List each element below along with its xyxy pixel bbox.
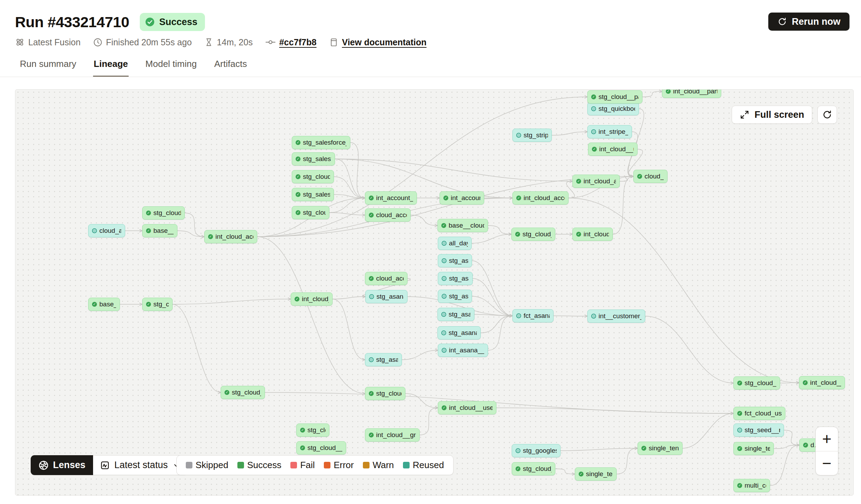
node-success-icon xyxy=(442,405,447,410)
graph-node-n13[interactable]: int_cloud__partner_con… xyxy=(662,89,721,98)
graph-node-n22[interactable]: base__clou… xyxy=(88,298,120,311)
graph-node-n11[interactable]: stg_quickbooks__a… xyxy=(587,102,639,115)
graph-node-n34[interactable]: int_asana__task_s… xyxy=(438,344,488,357)
graph-node-n39[interactable]: int_cloud__accoun… xyxy=(572,228,613,241)
view-documentation-link[interactable]: View documentation xyxy=(342,37,427,47)
graph-node-n24[interactable]: int_cloud__us… xyxy=(291,292,333,306)
lens-selector[interactable]: Latest status xyxy=(93,455,188,475)
graph-node-n44[interactable]: stg_cloud__… xyxy=(296,423,329,437)
node-reused-icon xyxy=(441,312,446,317)
expand-icon xyxy=(740,110,749,120)
legend-item-skipped: Skipped xyxy=(186,460,228,471)
graph-node-n30[interactable]: stg_asana_… xyxy=(438,272,473,285)
graph-node-n02[interactable]: stg_salesforce_… xyxy=(292,152,335,166)
graph-node-n18[interactable]: stg_cloud_region… xyxy=(142,206,185,220)
graph-node-n17[interactable]: cloud_account… xyxy=(633,170,668,183)
graph-node-n32[interactable]: stg_asana__… xyxy=(437,308,474,321)
graph-node-n35[interactable]: stg_asana__… xyxy=(365,353,402,366)
tab-run-summary[interactable]: Run summary xyxy=(19,56,77,77)
lineage-nodes-layer: stg_salesforce__cloud_…stg_salesforce_…s… xyxy=(15,90,853,495)
node-label: stg_asana__tas… xyxy=(376,293,404,300)
graph-node-n09[interactable]: int_cloud_account_ma… xyxy=(512,191,569,205)
activity-icon xyxy=(100,460,110,470)
graph-node-n27[interactable]: base__cloud_acco… xyxy=(437,219,488,232)
graph-node-n29[interactable]: stg_asana… xyxy=(438,254,472,267)
graph-node-n37[interactable]: int__customer_account… xyxy=(587,310,645,323)
node-label: stg_cloud__… xyxy=(303,209,326,216)
legend-swatch-success xyxy=(237,462,244,468)
graph-node-n50[interactable]: stg_cloud__devel… xyxy=(733,376,780,390)
graph-node-n46[interactable]: stg_googlesheets__sin… xyxy=(512,444,561,457)
graph-node-n49[interactable]: single_tenant_mapp… xyxy=(638,442,683,455)
graph-node-n54[interactable]: single_tenant_… xyxy=(733,442,774,455)
commit-link[interactable]: #cc7f7b8 xyxy=(279,37,317,47)
graph-node-n16[interactable]: int_cloud_account_ma… xyxy=(572,175,620,188)
lenses-control: Lenses Latest status xyxy=(31,455,188,475)
graph-node-n12[interactable]: stg_cloud__partner_c… xyxy=(587,90,642,104)
graph-node-n03[interactable]: stg_cloud__us… xyxy=(292,170,334,183)
atom-icon xyxy=(15,37,25,47)
zoom-out-button[interactable]: − xyxy=(816,451,838,475)
graph-node-n41[interactable]: int_cloud__user_group… xyxy=(438,401,496,414)
full-screen-button[interactable]: Full screen xyxy=(732,106,812,124)
graph-node-n15[interactable]: int_cloud__user_ac… xyxy=(588,143,638,156)
graph-node-n56[interactable]: multi_cell_m… xyxy=(733,479,770,492)
legend-item-fail: Fail xyxy=(290,460,315,471)
graph-node-n42[interactable]: int_cloud__group_per… xyxy=(365,428,420,442)
node-label: int_cloud__user_ac… xyxy=(599,145,634,153)
node-label: stg_cloud__partner_c… xyxy=(599,93,639,101)
legend-label: Success xyxy=(247,460,281,471)
tab-lineage[interactable]: Lineage xyxy=(93,56,129,77)
graph-node-n25[interactable]: cloud_account… xyxy=(365,272,407,285)
legend-label: Warn xyxy=(373,460,394,471)
meta-duration-label: 14m, 20s xyxy=(217,37,253,47)
tab-model-timing[interactable]: Model timing xyxy=(145,56,197,77)
graph-node-n21[interactable]: int_cloud_account__m… xyxy=(204,230,257,243)
node-success-icon xyxy=(737,446,742,451)
node-label: stg_cloud_s3_singl… xyxy=(523,465,551,473)
node-reused-icon xyxy=(442,276,447,281)
node-success-icon xyxy=(515,232,520,237)
graph-node-n48[interactable]: single_tenant_map… xyxy=(575,467,617,481)
graph-node-n33[interactable]: stg_asana__pr… xyxy=(437,326,481,339)
tab-artifacts[interactable]: Artifacts xyxy=(213,56,247,77)
graph-node-n06[interactable]: int_account_domain… xyxy=(365,191,417,205)
graph-node-n07[interactable]: cloud_accounts_… xyxy=(365,208,411,222)
graph-node-n28[interactable]: all_days xyxy=(438,237,472,250)
graph-node-n53[interactable]: stg_seed__multireg… xyxy=(733,423,784,437)
graph-node-n45[interactable]: stg_cloud__group… xyxy=(296,441,346,455)
graph-node-n08[interactable]: int_account_dom… xyxy=(440,191,484,205)
graph-node-n19[interactable]: cloud_account… xyxy=(88,224,125,237)
zoom-in-button[interactable]: + xyxy=(816,427,838,451)
clock-icon xyxy=(93,38,102,47)
graph-node-n40[interactable]: stg_cloud__us… xyxy=(365,387,405,400)
graph-node-n10[interactable]: stg_stripe__c… xyxy=(512,129,552,142)
node-label: int_account_dom… xyxy=(451,194,480,202)
node-label: cloud_account… xyxy=(645,173,664,180)
node-label: int_cloud__us… xyxy=(302,295,329,303)
graph-node-n14[interactable]: int_stripe__custo… xyxy=(587,125,632,138)
page-title: Run #433214710 xyxy=(15,14,129,31)
graph-node-n23[interactable]: stg_cloud__… xyxy=(142,298,173,311)
graph-node-n36[interactable]: fct_asana_proj… xyxy=(512,309,554,322)
lenses-button[interactable]: Lenses xyxy=(31,455,93,475)
graph-node-n05[interactable]: stg_cloud__… xyxy=(292,206,329,219)
node-label: stg_cloud__… xyxy=(153,300,169,308)
rerun-now-button[interactable]: Rerun now xyxy=(768,13,850,31)
graph-node-n01[interactable]: stg_salesforce__cloud_… xyxy=(292,136,350,149)
meta-fusion: Latest Fusion xyxy=(15,37,81,47)
graph-node-n43[interactable]: stg_cloud__email… xyxy=(221,386,265,399)
node-label: single_tenant_map… xyxy=(586,470,613,478)
graph-node-n31[interactable]: stg_asana… xyxy=(438,290,472,303)
node-label: int_cloud_account_ma… xyxy=(524,194,565,202)
graph-node-n20[interactable]: base__cloud_… xyxy=(142,224,177,237)
graph-node-n38[interactable]: stg_cloud__accounts… xyxy=(511,228,555,241)
graph-node-n51[interactable]: int_cloud__devel… xyxy=(799,376,845,389)
graph-node-n26[interactable]: stg_asana__tas… xyxy=(365,290,407,303)
refresh-graph-button[interactable] xyxy=(817,106,837,124)
graph-node-n52[interactable]: fct_cloud_user_acc… xyxy=(733,407,785,420)
node-success-icon xyxy=(592,147,597,152)
lineage-canvas[interactable]: stg_salesforce__cloud_…stg_salesforce_…s… xyxy=(15,89,854,496)
graph-node-n47[interactable]: stg_cloud_s3_singl… xyxy=(512,462,555,475)
graph-node-n04[interactable]: stg_salesforce… xyxy=(292,188,334,201)
